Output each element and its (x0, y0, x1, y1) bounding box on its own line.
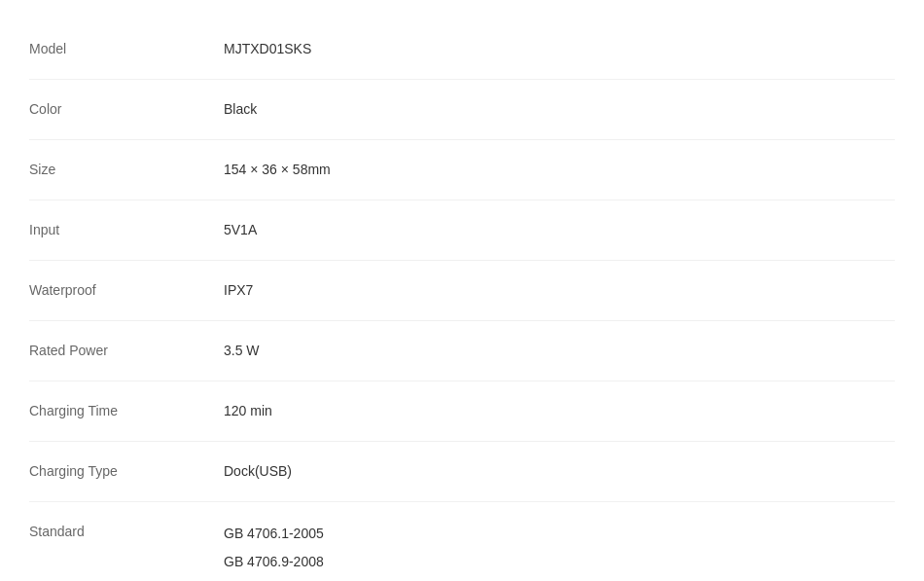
spec-value-line: GB 4706.1-2005 (224, 522, 327, 546)
spec-value-size: 154 × 36 × 58mm (224, 160, 331, 180)
spec-row-rated-power: Rated Power3.5 W (29, 321, 895, 381)
spec-row-color: ColorBlack (29, 80, 895, 140)
spec-value-line: GB 4706.9-2008 (224, 550, 327, 574)
spec-label-charging-time: Charging Time (29, 401, 224, 421)
spec-value-charging-time: 120 min (224, 401, 272, 421)
spec-row-charging-type: Charging TypeDock(USB) (29, 442, 895, 502)
spec-label-size: Size (29, 160, 224, 180)
spec-row-size: Size154 × 36 × 58mm (29, 140, 895, 200)
spec-label-color: Color (29, 99, 224, 120)
spec-value-input: 5V1A (224, 220, 257, 240)
spec-label-charging-type: Charging Type (29, 461, 224, 482)
spec-label-rated-power: Rated Power (29, 341, 224, 361)
spec-row-model: ModelMJTXD01SKS (29, 19, 895, 80)
spec-value-rated-power: 3.5 W (224, 341, 260, 361)
spec-label-waterproof: Waterproof (29, 280, 224, 301)
spec-value-waterproof: IPX7 (224, 280, 253, 301)
spec-label-standard: Standard (29, 522, 224, 542)
spec-row-charging-time: Charging Time120 min (29, 381, 895, 442)
spec-label-input: Input (29, 220, 224, 240)
spec-value-charging-type: Dock(USB) (224, 461, 292, 482)
spec-label-model: Model (29, 39, 224, 59)
spec-row-waterproof: WaterproofIPX7 (29, 261, 895, 321)
spec-value-color: Black (224, 99, 257, 120)
spec-row-standard: StandardGB 4706.1-2005GB 4706.9-2008Q/SK… (29, 502, 895, 581)
spec-row-input: Input5V1A (29, 200, 895, 261)
spec-value-standard: GB 4706.1-2005GB 4706.9-2008Q/SKS 004-20… (224, 522, 327, 581)
spec-value-model: MJTXD01SKS (224, 39, 311, 59)
spec-container: ModelMJTXD01SKSColorBlackSize154 × 36 × … (29, 19, 895, 581)
